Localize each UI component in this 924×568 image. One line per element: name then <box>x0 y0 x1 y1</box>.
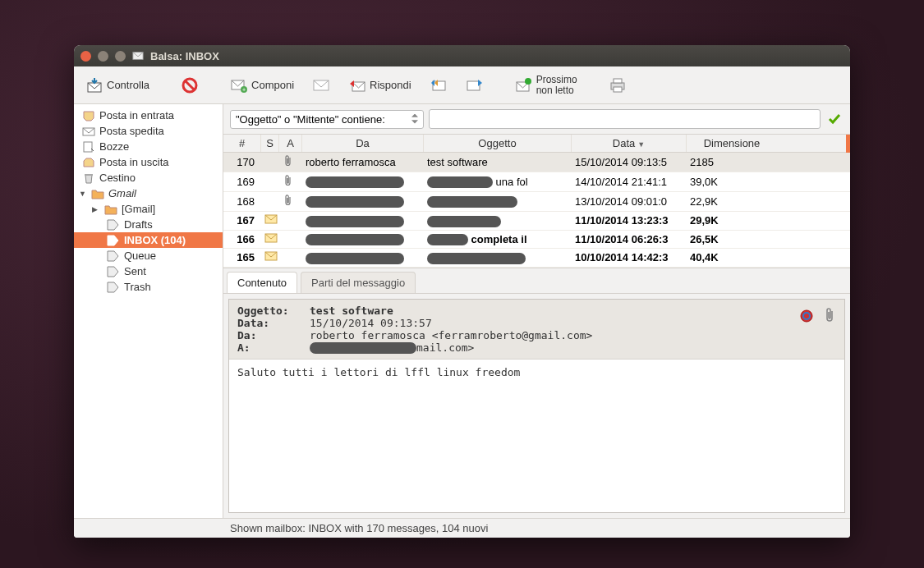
check-icon <box>827 112 842 126</box>
message-row[interactable]: 167 11/10/2014 13:23:329,9K <box>223 212 850 231</box>
tab-parti[interactable]: Parti del messaggio <box>301 272 416 293</box>
app-window: Balsa: INBOX Controlla + Componi Rispond… <box>74 45 850 538</box>
new-mail-icon <box>264 214 278 224</box>
folder-open-icon <box>91 188 104 199</box>
col-status[interactable]: S <box>261 135 279 152</box>
folder-posta-in-entrata[interactable]: Posta in entrata <box>74 108 223 123</box>
folder-icon <box>104 204 117 215</box>
svg-rect-10 <box>467 81 480 90</box>
folder-posta-in-uscita[interactable]: Posta in uscita <box>74 154 223 170</box>
window-minimize-button[interactable] <box>98 51 108 62</box>
sort-desc-icon: ▼ <box>637 140 645 149</box>
stop-icon <box>181 77 199 94</box>
col-oggetto[interactable]: Oggetto <box>424 135 572 152</box>
mail-button[interactable] <box>307 74 335 97</box>
reply-all-button[interactable] <box>425 74 453 97</box>
folder-gmail-root[interactable]: ▼ Gmail <box>74 186 223 201</box>
folder-sent[interactable]: Sent <box>74 263 223 279</box>
svg-line-3 <box>185 80 195 90</box>
folder-cestino[interactable]: Cestino <box>74 170 223 186</box>
message-body: Saluto tutti i lettori di lffl linux fre… <box>229 360 844 512</box>
status-text: Shown mailbox: INBOX with 170 messages, … <box>230 522 488 534</box>
new-mail-icon <box>264 233 278 243</box>
filter-apply-button[interactable] <box>825 110 844 128</box>
trash-icon <box>82 172 95 184</box>
message-row[interactable]: 169 una fol14/10/2014 21:41:139,0K <box>223 172 850 192</box>
folder-trash[interactable]: Trash <box>74 279 223 295</box>
message-header: Oggetto:test software Data:15/10/2014 09… <box>229 300 844 360</box>
tab-contenuto[interactable]: Contenuto <box>227 272 297 293</box>
prossimo-button[interactable]: Prossimonon letto <box>510 71 582 98</box>
controlla-button[interactable]: Controlla <box>80 74 154 97</box>
svg-rect-9 <box>433 81 445 90</box>
tag-icon <box>107 266 120 277</box>
message-subject: test software <box>310 305 393 317</box>
printer-icon <box>609 77 627 94</box>
inbox-icon <box>82 110 95 121</box>
next-unread-icon <box>515 77 533 94</box>
svg-rect-17 <box>84 142 92 152</box>
message-row[interactable]: 165 10/10/2014 14:42:340,4K <box>223 249 850 268</box>
folder-queue[interactable]: Queue <box>74 248 223 263</box>
seal-icon[interactable] <box>798 308 815 324</box>
col-attach[interactable]: A <box>279 135 302 152</box>
folder-bozze[interactable]: Bozze <box>74 139 223 154</box>
print-button[interactable] <box>604 74 632 97</box>
status-bar: Shown mailbox: INBOX with 170 messages, … <box>74 518 850 538</box>
tag-icon <box>107 235 120 246</box>
drafts-icon <box>82 141 95 153</box>
message-list[interactable]: # S A Da Oggetto Data▼ Dimensione 170rob… <box>223 135 850 268</box>
col-dimensione[interactable]: Dimensione <box>687 135 777 152</box>
sent-icon <box>82 126 95 137</box>
message-date: 15/10/2014 09:13:57 <box>310 317 432 329</box>
download-mail-icon <box>85 77 103 94</box>
svg-rect-14 <box>614 79 622 83</box>
stop-button[interactable] <box>176 74 204 97</box>
filter-field-combo[interactable]: "Oggetto" o "Mittente" contiene: <box>230 110 424 129</box>
col-data[interactable]: Data▼ <box>572 135 687 152</box>
svg-rect-18 <box>85 174 93 176</box>
window-close-button[interactable] <box>80 51 91 62</box>
filter-bar: "Oggetto" o "Mittente" contiene: <box>223 104 850 135</box>
svg-text:+: + <box>242 87 246 93</box>
scroll-indicator[interactable] <box>846 135 850 153</box>
expand-arrow-icon[interactable]: ▼ <box>79 190 87 198</box>
folder-posta-spedita[interactable]: Posta spedita <box>74 123 223 139</box>
folder-gmail-sub[interactable]: ▶ [Gmail] <box>74 201 223 217</box>
attachment-icon <box>283 195 292 206</box>
message-list-header[interactable]: # S A Da Oggetto Data▼ Dimensione <box>223 135 850 153</box>
message-row[interactable]: 168 13/10/2014 09:01:022,9K <box>223 192 850 212</box>
message-row[interactable]: 170roberto ferramoscatest software15/10/… <box>223 153 850 172</box>
expand-arrow-icon[interactable]: ▶ <box>92 205 100 213</box>
reply-icon <box>348 77 366 94</box>
svg-point-12 <box>525 78 531 85</box>
folder-drafts[interactable]: Drafts <box>74 217 223 232</box>
message-to: mail.com> <box>310 341 474 355</box>
forward-button[interactable] <box>461 74 489 97</box>
outbox-icon <box>82 157 95 168</box>
message-row[interactable]: 166 completa il11/10/2014 06:26:326,5K <box>223 231 850 250</box>
envelope-icon <box>312 77 330 94</box>
reply-all-icon <box>430 77 448 94</box>
forward-icon <box>466 77 484 94</box>
attachment-icon <box>283 175 292 186</box>
attachment-icon <box>283 155 292 167</box>
col-num[interactable]: # <box>223 135 261 152</box>
tag-icon <box>107 219 120 231</box>
tag-icon <box>107 250 120 262</box>
rispondi-button[interactable]: Rispondi <box>343 74 416 97</box>
col-da[interactable]: Da <box>302 135 424 152</box>
folder-tree[interactable]: Posta in entrata Posta spedita Bozze Pos… <box>74 104 223 518</box>
titlebar[interactable]: Balsa: INBOX <box>74 45 850 66</box>
new-mail-icon <box>264 251 278 261</box>
filter-search-input[interactable] <box>429 109 821 129</box>
compose-icon: + <box>230 77 248 94</box>
app-icon <box>132 50 144 62</box>
componi-button[interactable]: + Componi <box>225 74 299 97</box>
message-view: Oggetto:test software Data:15/10/2014 09… <box>228 299 845 513</box>
svg-rect-15 <box>614 87 622 92</box>
window-maximize-button[interactable] <box>115 51 126 62</box>
folder-inbox[interactable]: INBOX (104) <box>74 232 223 248</box>
attachment-icon[interactable] <box>823 308 836 324</box>
tag-icon <box>107 282 120 293</box>
